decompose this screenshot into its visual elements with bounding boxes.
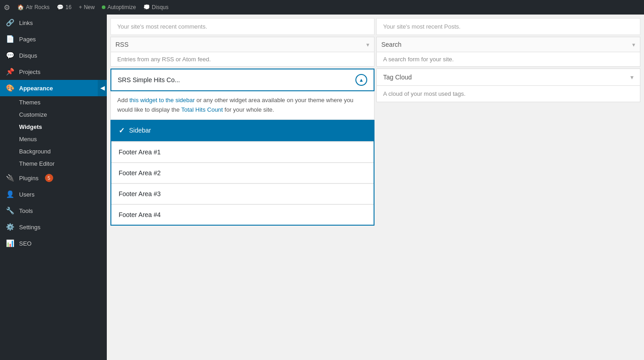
- sidebar-item-theme-editor[interactable]: Theme Editor: [0, 158, 107, 170]
- search-dropdown[interactable]: Search ▾: [376, 37, 640, 52]
- chevron-up-icon: ▲: [359, 77, 364, 83]
- sidebar: 🔗 Links 📄 Pages 💬 Disqus 📌 Projects 🎨 Ap…: [0, 0, 107, 360]
- srs-link-sidebar[interactable]: this widget to the sidebar: [130, 97, 195, 104]
- widgets-page: Your site's most recent comments. Your s…: [107, 17, 644, 227]
- tagcloud-chevron-icon[interactable]: ▾: [630, 74, 634, 81]
- main-content: Your site's most recent comments. Your s…: [107, 0, 644, 360]
- users-icon: 👤: [5, 190, 15, 199]
- autoptimize-dot-icon: [102, 5, 105, 9]
- sidebar-item-customize[interactable]: Customize: [0, 108, 107, 121]
- sidebar-item-appearance[interactable]: 🎨 Appearance ◀: [0, 80, 107, 96]
- sidebar-item-links[interactable]: 🔗 Links: [0, 15, 107, 31]
- tagcloud-widget-header: Tag Cloud ▾: [376, 69, 640, 86]
- search-desc: A search form for your site.: [376, 52, 640, 67]
- rss-chevron-icon: ▾: [366, 41, 369, 48]
- search-chevron-icon: ▾: [632, 41, 635, 48]
- comment-icon: 💬: [57, 4, 64, 10]
- wordpress-icon: ⚙: [4, 3, 10, 12]
- admin-bar-site-name[interactable]: 🏠 Atr Rocks: [17, 4, 50, 10]
- admin-bar-autoptimize[interactable]: Autoptimize: [102, 4, 136, 10]
- rss-desc: Entries from any RSS or Atom feed.: [110, 52, 374, 67]
- disqus-icon: 💭: [143, 4, 150, 10]
- recent-widgets-row: Your site's most recent comments. Your s…: [110, 17, 641, 36]
- sidebar-item-background[interactable]: Background: [0, 145, 107, 158]
- plus-icon: +: [79, 4, 82, 10]
- recent-posts-desc: Your site's most recent Posts.: [383, 23, 634, 30]
- recent-comments-cell: Your site's most recent comments.: [110, 18, 374, 35]
- admin-bar-disqus[interactable]: 💭 Disqus: [143, 4, 169, 10]
- appearance-icon: 🎨: [5, 84, 15, 93]
- sidebar-item-pages[interactable]: 📄 Pages: [0, 31, 107, 47]
- recent-posts-cell: Your site's most recent Posts.: [376, 18, 640, 35]
- sidebar-item-users[interactable]: 👤 Users: [0, 186, 107, 202]
- chevron-left-icon: ◀: [100, 85, 105, 91]
- srs-expand-button[interactable]: ▲: [355, 74, 367, 86]
- rss-search-row: RSS ▾ Entries from any RSS or Atom feed.…: [110, 36, 641, 68]
- sidebar-item-settings[interactable]: ⚙️ Settings: [0, 219, 107, 235]
- pages-icon: 📄: [5, 35, 15, 44]
- location-list: ✓ Sidebar Footer Area #1 Footer Area #2 …: [110, 120, 374, 226]
- settings-icon: ⚙️: [5, 222, 15, 232]
- srs-tagcloud-row: SRS Simple Hits Co... ▲ Add this widget …: [110, 68, 641, 227]
- sidebar-item-menus[interactable]: Menus: [0, 133, 107, 145]
- plugins-badge: 5: [45, 174, 53, 182]
- sidebar-item-plugins[interactable]: 🔌 Plugins 5: [0, 170, 107, 186]
- tagcloud-desc: A cloud of your most used tags.: [376, 86, 640, 102]
- check-icon: ✓: [119, 126, 125, 135]
- rss-dropdown[interactable]: RSS ▾: [110, 37, 374, 52]
- admin-bar-wp-logo[interactable]: ⚙: [4, 3, 10, 12]
- tagcloud-widget-container: Tag Cloud ▾ A cloud of your most used ta…: [376, 69, 640, 226]
- links-icon: 🔗: [5, 18, 15, 27]
- srs-widget-description: Add this widget to the sidebar or any ot…: [110, 91, 374, 120]
- location-item-footer4[interactable]: Footer Area #4: [111, 205, 374, 225]
- location-item-footer3[interactable]: Footer Area #3: [111, 184, 374, 204]
- sidebar-item-projects[interactable]: 📌 Projects: [0, 64, 107, 80]
- sidebar-item-widgets[interactable]: Widgets: [0, 121, 107, 133]
- plugins-icon: 🔌: [5, 173, 15, 182]
- projects-icon: 📌: [5, 67, 15, 76]
- srs-link-hits[interactable]: Total Hits Count: [181, 106, 223, 113]
- disqus-sidebar-icon: 💬: [5, 51, 15, 60]
- admin-bar-comments[interactable]: 💬 16: [57, 4, 71, 10]
- location-item-footer1[interactable]: Footer Area #1: [111, 142, 374, 163]
- seo-icon: 📊: [5, 239, 15, 248]
- sidebar-item-seo[interactable]: 📊 SEO: [0, 235, 107, 252]
- rss-widget-panel: RSS ▾ Entries from any RSS or Atom feed.: [110, 37, 374, 67]
- home-icon: 🏠: [17, 4, 24, 10]
- sidebar-item-disqus[interactable]: 💬 Disqus: [0, 47, 107, 64]
- location-item-footer2[interactable]: Footer Area #2: [111, 163, 374, 183]
- admin-bar-new[interactable]: + New: [79, 4, 95, 10]
- sidebar-item-themes[interactable]: Themes: [0, 96, 107, 108]
- recent-comments-desc: Your site's most recent comments.: [117, 23, 368, 30]
- srs-widget-header: SRS Simple Hits Co... ▲: [110, 69, 374, 91]
- admin-bar: ⚙ 🏠 Atr Rocks 💬 16 + New Autoptimize 💭 D…: [0, 0, 644, 15]
- location-item-sidebar[interactable]: ✓ Sidebar: [111, 120, 374, 142]
- appearance-collapse-arrow[interactable]: ◀: [98, 80, 107, 96]
- tools-icon: 🔧: [5, 206, 15, 215]
- search-widget-panel: Search ▾ A search form for your site.: [376, 37, 640, 67]
- srs-widget-container: SRS Simple Hits Co... ▲ Add this widget …: [110, 69, 374, 226]
- sidebar-item-tools[interactable]: 🔧 Tools: [0, 202, 107, 219]
